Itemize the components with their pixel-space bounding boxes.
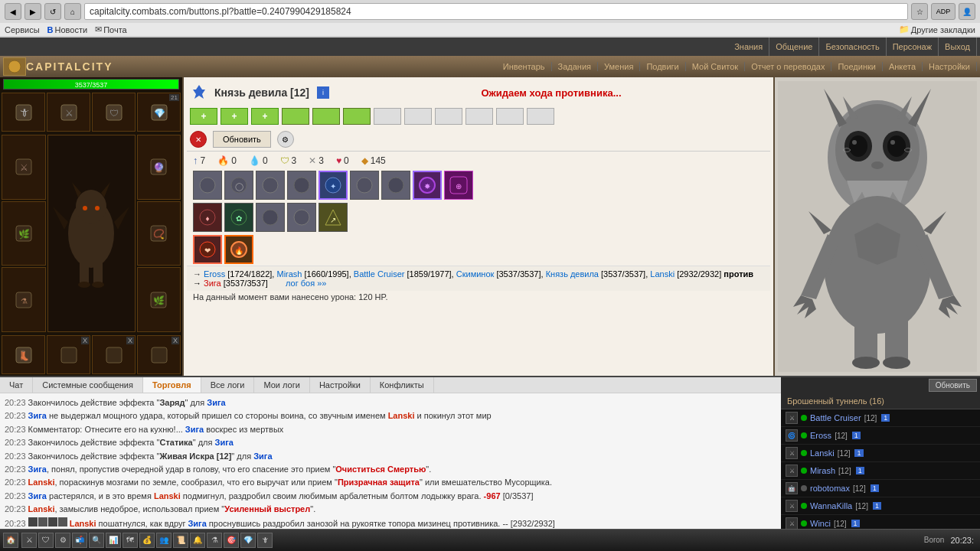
eq-slot-left-3[interactable]: ⚗ [2, 267, 46, 332]
nav-vyhod[interactable]: Выход [939, 37, 977, 56]
skill-11[interactable]: ✿ [224, 203, 253, 232]
nav-umeniya[interactable]: Умения [598, 62, 640, 71]
tab-chat[interactable]: Чат [0, 377, 33, 393]
refresh-button[interactable]: Обновить [213, 131, 271, 148]
eq-slot-left-1[interactable]: ⚔ [2, 135, 46, 200]
player-lanski[interactable]: Lanski [650, 269, 675, 279]
taskbar-icon-6[interactable]: 🔍 [89, 533, 104, 548]
settings-gear-button[interactable]: ⚙ [277, 131, 294, 148]
eq-slot-4[interactable]: 💎 21 [137, 93, 181, 132]
taskbar-icon-13[interactable]: ⚗ [207, 533, 222, 548]
nav-personazh[interactable]: Персонаж [887, 37, 939, 56]
skill-13[interactable] [287, 203, 316, 232]
nav-nastroyki[interactable]: Настройки [923, 62, 977, 71]
taskbar-icon-9[interactable]: 💰 [139, 533, 155, 548]
taskbar-icon-7[interactable]: 📊 [106, 533, 121, 548]
battle-log-link[interactable]: лог боя »» [286, 279, 326, 288]
home-button[interactable]: ⌂ [64, 3, 81, 20]
taskbar-icon-12[interactable]: 🔔 [190, 533, 205, 548]
skill-16[interactable]: 🔥 [224, 235, 253, 264]
tunnel-player-name-2[interactable]: Eross [810, 431, 831, 440]
taskbar-icon-1[interactable]: 🏠 [3, 533, 18, 548]
eq-slot-2[interactable]: ⚔ [47, 93, 90, 132]
tunnel-update-button[interactable]: Обновить [929, 379, 977, 392]
hp-plus-1[interactable]: + [190, 108, 217, 125]
tab-conflicts[interactable]: Конфликты [371, 377, 434, 393]
tab-system[interactable]: Системные сообщения [33, 377, 143, 393]
skill-7[interactable] [381, 171, 410, 200]
back-button[interactable]: ◀ [5, 3, 21, 20]
skill-4[interactable] [287, 171, 316, 200]
eq-slot-b4[interactable]: X [137, 335, 181, 374]
taskbar-icon-5[interactable]: 📬 [72, 533, 87, 548]
mail-button[interactable]: ✉ Почта [95, 24, 127, 34]
player-ziga[interactable]: Зига [204, 279, 221, 288]
player-skiminok[interactable]: Скиминок [456, 269, 495, 279]
adp-button[interactable]: ADP [931, 3, 956, 20]
taskbar-icon-16[interactable]: 🗡 [257, 533, 273, 548]
skill-8[interactable]: ✸ [413, 171, 442, 200]
tab-settings[interactable]: Настройки [310, 377, 371, 393]
eq-slot-left-2[interactable]: 🌿 [2, 201, 46, 266]
nav-anketa[interactable]: Анкета [883, 62, 923, 71]
eq-slot-b3[interactable]: X [92, 335, 136, 374]
refresh-button[interactable]: ↺ [44, 3, 61, 20]
eq-slot-right-2[interactable]: 📿 [137, 201, 181, 266]
skill-2[interactable]: ◯ [224, 171, 253, 200]
tunnel-player-name-7[interactable]: Winci [810, 519, 831, 528]
info-badge[interactable]: i [317, 86, 329, 99]
address-bar[interactable] [84, 3, 908, 20]
news-button[interactable]: В Новости [47, 25, 88, 34]
tunnel-player-name-4[interactable]: Mirash [810, 466, 835, 475]
taskbar-icon-14[interactable]: 🎯 [224, 533, 239, 548]
player-mirash[interactable]: Mirash [276, 269, 302, 279]
nav-podvigi[interactable]: Подвиги [640, 62, 685, 71]
eq-slot-1[interactable]: 🗡 [2, 93, 45, 132]
taskbar-icon-11[interactable]: 📜 [173, 533, 188, 548]
player-knyaz-devila[interactable]: Князь девила [546, 269, 599, 279]
skill-6[interactable] [350, 171, 379, 200]
hp-plus-3[interactable]: + [251, 108, 279, 125]
hp-plus-2[interactable]: + [220, 108, 248, 125]
bookmarks-button[interactable]: 📁 Другие закладки [899, 24, 975, 34]
taskbar-icon-4[interactable]: ⚙ [55, 533, 70, 548]
taskbar-icon-3[interactable]: 🛡 [38, 533, 54, 548]
nav-inventory[interactable]: Инвентарь [497, 62, 552, 71]
cancel-button[interactable]: ✕ [190, 131, 207, 148]
taskbar-icon-15[interactable]: 💎 [240, 533, 256, 548]
nav-zadaniya[interactable]: Задания [552, 62, 598, 71]
player-eross[interactable]: Eross [204, 269, 225, 279]
tab-all-logs[interactable]: Все логи [201, 377, 255, 393]
tunnel-player-name-5[interactable]: robotomax [810, 484, 850, 493]
skill-1[interactable] [193, 171, 222, 200]
nav-obshenie[interactable]: Общение [769, 37, 819, 56]
eq-slot-b2[interactable]: X [47, 335, 90, 374]
forward-button[interactable]: ▶ [24, 3, 41, 20]
skill-15[interactable]: ❤ [193, 235, 222, 264]
taskbar-icon-10[interactable]: 👥 [156, 533, 172, 548]
bookmark-star[interactable]: ☆ [911, 3, 928, 20]
tunnel-player-name-6[interactable]: WannaKilla [810, 501, 852, 510]
tab-my-logs[interactable]: Мои логи [254, 377, 309, 393]
skill-14[interactable]: ↗ [318, 203, 348, 232]
nav-moy-svitok[interactable]: Мой Свиток [686, 62, 745, 71]
player-battle-cruiser[interactable]: Battle Cruiser [354, 269, 405, 279]
skill-12[interactable] [256, 203, 285, 232]
taskbar-icon-8[interactable]: 🗺 [122, 533, 138, 548]
nav-poedinki[interactable]: Поединки [831, 62, 883, 71]
eq-slot-b1[interactable]: 👢 [2, 335, 45, 374]
services-button[interactable]: Сервисы [5, 25, 40, 34]
taskbar-icon-2[interactable]: ⚔ [21, 533, 37, 548]
skill-5[interactable]: ✦ [318, 171, 348, 200]
eq-slot-3[interactable]: 🛡 [92, 93, 136, 132]
nav-bezopasnost[interactable]: Безопасность [819, 37, 886, 56]
user-icon[interactable]: 👤 [959, 3, 975, 20]
nav-otchet[interactable]: Отчет о переводах [745, 62, 831, 71]
tab-trade[interactable]: Торговля [143, 377, 201, 393]
eq-slot-right-3[interactable]: 🌿 [137, 267, 181, 332]
skill-10[interactable]: ♦ [193, 203, 222, 232]
skill-3[interactable] [256, 171, 285, 200]
eq-slot-right-1[interactable]: 🔮 [137, 135, 181, 200]
tunnel-player-name-3[interactable]: Lanski [810, 448, 835, 458]
tunnel-player-name-1[interactable]: Battle Cruiser [810, 413, 861, 422]
